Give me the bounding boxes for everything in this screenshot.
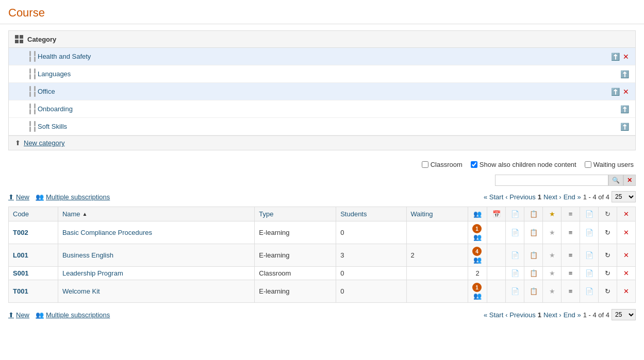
th-star-icon: ★: [543, 207, 562, 221]
delete-icon[interactable]: ✕: [623, 53, 629, 61]
row-export[interactable]: 📄: [580, 280, 599, 303]
classroom-checkbox[interactable]: [422, 161, 428, 168]
row-users[interactable]: 4👥: [468, 244, 487, 267]
th-export-icon: 📄: [580, 207, 599, 221]
row-calendar[interactable]: [487, 280, 506, 303]
drag-handle[interactable]: [29, 86, 38, 97]
th-name[interactable]: Name ▲: [58, 207, 254, 221]
per-page-select[interactable]: 25 50 100: [612, 191, 636, 202]
per-page-select-bottom[interactable]: 25 50 100: [612, 309, 636, 320]
category-row-name[interactable]: Onboarding: [38, 105, 620, 113]
waiting-users-checkbox[interactable]: [585, 161, 591, 168]
delete-icon[interactable]: ✕: [623, 88, 629, 96]
row-name[interactable]: Business English: [58, 244, 254, 267]
row-star[interactable]: ★: [543, 221, 562, 244]
row-doc[interactable]: 📋: [524, 221, 543, 244]
drag-handle[interactable]: [29, 121, 38, 132]
category-row-name[interactable]: Soft Skills: [38, 123, 620, 130]
row-undo[interactable]: ↻: [599, 267, 617, 280]
row-name[interactable]: Basic Compliance Procedures: [58, 221, 254, 244]
row-list[interactable]: ≡: [562, 244, 580, 267]
th-users-icon: 👥: [468, 207, 487, 221]
previous-link-bottom[interactable]: ‹ Previous: [505, 311, 536, 319]
row-doc[interactable]: 📋: [524, 244, 543, 267]
row-export[interactable]: 📄: [580, 221, 599, 244]
filters-row: Classroom Show also children node conten…: [8, 157, 636, 173]
row-list[interactable]: ≡: [562, 221, 580, 244]
row-pdf[interactable]: 📄: [506, 267, 524, 280]
next-link-bottom[interactable]: Next ›: [543, 311, 562, 319]
export-icon[interactable]: ⬆️: [620, 123, 629, 131]
row-list[interactable]: ≡: [562, 267, 580, 280]
users-icon: 👥: [36, 193, 44, 201]
table-row: S001 Leadership Program Classroom 0 2 📄 …: [9, 267, 636, 280]
new-category-link[interactable]: New category: [24, 139, 64, 147]
row-undo[interactable]: ↻: [599, 280, 617, 303]
show-children-filter: Show also children node content: [471, 161, 576, 168]
multiple-subscriptions-button[interactable]: 👥 Multiple subscriptions: [36, 193, 110, 201]
row-star[interactable]: ★: [543, 244, 562, 267]
th-undo-icon: ↻: [599, 207, 617, 221]
show-children-checkbox[interactable]: [471, 161, 477, 168]
row-delete[interactable]: ✕: [617, 221, 636, 244]
export-icon[interactable]: ⬆️: [611, 53, 620, 61]
next-link[interactable]: Next ›: [543, 193, 562, 201]
search-button[interactable]: 🔍: [608, 175, 623, 186]
show-children-label: Show also children node content: [480, 161, 576, 168]
row-star[interactable]: ★: [543, 280, 562, 303]
row-export[interactable]: 📄: [580, 244, 599, 267]
export-icon[interactable]: ⬆️: [620, 70, 629, 78]
new-button-bottom[interactable]: ⬆ New: [8, 311, 29, 319]
row-users[interactable]: 2: [468, 267, 487, 280]
row-users[interactable]: 1👥: [468, 221, 487, 244]
row-pdf[interactable]: 📄: [506, 221, 524, 244]
row-list[interactable]: ≡: [562, 280, 580, 303]
new-label-bottom: New: [16, 311, 29, 319]
new-category-row: ⬆ New category: [9, 135, 635, 150]
row-calendar[interactable]: [487, 244, 506, 267]
export-icon[interactable]: ⬆️: [611, 88, 620, 96]
new-button[interactable]: ⬆ New: [8, 193, 29, 201]
drag-handle[interactable]: [29, 51, 38, 62]
row-undo[interactable]: ↻: [599, 244, 617, 267]
category-row-name[interactable]: Office: [38, 88, 611, 95]
category-row: Health and Safety ⬆️ ✕: [9, 48, 635, 65]
page-title: Course: [0, 0, 644, 24]
row-name[interactable]: Welcome Kit: [58, 280, 254, 303]
row-pdf[interactable]: 📄: [506, 244, 524, 267]
row-delete[interactable]: ✕: [617, 267, 636, 280]
th-waiting-label: Waiting: [411, 210, 433, 218]
row-type: E-learning: [255, 221, 336, 244]
end-link[interactable]: End »: [564, 193, 581, 201]
category-row-name[interactable]: Health and Safety: [38, 53, 611, 60]
category-section: Category Health and Safety ⬆️ ✕ Language…: [8, 30, 636, 150]
row-users[interactable]: 1👥: [468, 280, 487, 303]
category-row-name[interactable]: Languages: [38, 70, 620, 78]
row-calendar[interactable]: [487, 221, 506, 244]
row-doc[interactable]: 📋: [524, 267, 543, 280]
pagination-top: « Start ‹ Previous 1 Next › End » 1 - 4 …: [484, 191, 636, 202]
row-delete[interactable]: ✕: [617, 280, 636, 303]
start-link-bottom[interactable]: « Start: [484, 311, 503, 319]
previous-link[interactable]: ‹ Previous: [505, 193, 536, 201]
row-export[interactable]: 📄: [580, 267, 599, 280]
row-delete[interactable]: ✕: [617, 244, 636, 267]
row-pdf[interactable]: 📄: [506, 280, 524, 303]
drag-handle[interactable]: [29, 104, 38, 114]
multiple-subscriptions-button-bottom[interactable]: 👥 Multiple subscriptions: [36, 311, 110, 319]
badge-circle: 1: [472, 224, 482, 233]
export-icon[interactable]: ⬆️: [620, 105, 629, 113]
row-waiting: 2: [406, 244, 468, 267]
th-waiting: Waiting: [406, 207, 468, 221]
row-doc[interactable]: 📋: [524, 280, 543, 303]
row-star[interactable]: ★: [543, 267, 562, 280]
search-input[interactable]: [495, 175, 608, 186]
clear-search-button[interactable]: ✕: [623, 175, 636, 186]
end-link-bottom[interactable]: End »: [564, 311, 581, 319]
drag-handle[interactable]: [29, 68, 38, 79]
row-calendar[interactable]: [487, 267, 506, 280]
badge-circle: 4: [472, 247, 482, 256]
row-undo[interactable]: ↻: [599, 221, 617, 244]
start-link[interactable]: « Start: [484, 193, 503, 201]
row-name[interactable]: Leadership Program: [58, 267, 254, 280]
